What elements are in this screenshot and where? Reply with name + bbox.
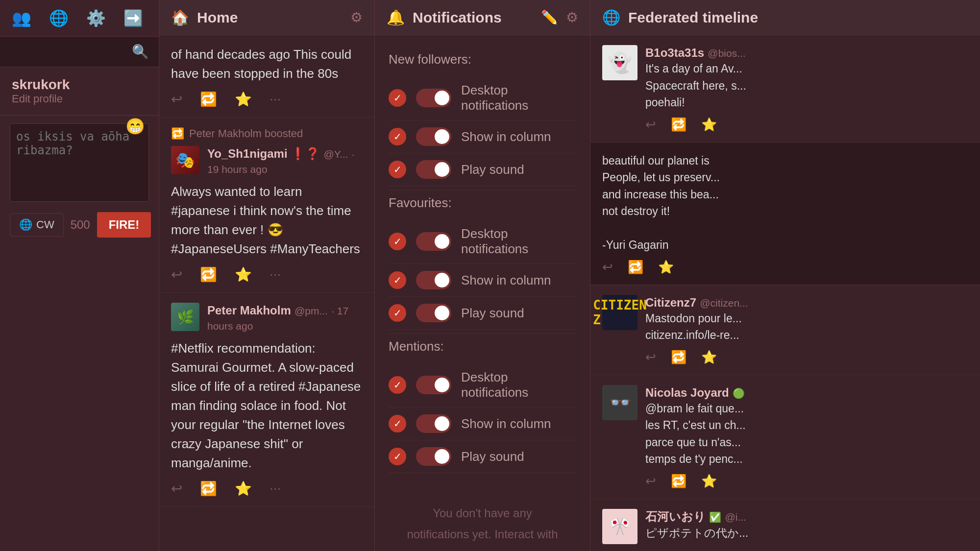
reply-button[interactable]: ↩ [645, 350, 656, 365]
mentions-sound-row: ✓ Play sound [389, 440, 576, 473]
boost-button[interactable]: 🔁 [628, 260, 643, 275]
edit-profile-link[interactable]: Edit profile [12, 93, 147, 105]
reply-button[interactable]: ↩ [645, 474, 656, 489]
section-divider [389, 190, 576, 191]
reply-button[interactable]: ↩ [171, 480, 182, 497]
post-meta: Peter Makholm @pm... · 17 hours ago [207, 303, 363, 333]
post-meta: Yo_Sh1nigami ❗❓ @Y... · 19 hours ago [207, 146, 363, 176]
show-column-label: Show in column [461, 129, 576, 144]
home-header: 🏠 Home ⚙ [159, 0, 374, 35]
more-button[interactable]: ··· [270, 480, 281, 497]
fire-button[interactable]: FIRE! [97, 212, 151, 238]
fed-author: Citizenz7 [645, 296, 696, 309]
fed-avatar: 🎌 [602, 509, 637, 544]
federated-title: Federated timeline [628, 9, 968, 26]
favourite-button[interactable]: ⭐ [701, 350, 717, 365]
post-avatar: 🎭 [171, 146, 199, 174]
post-actions: ↩ 🔁 ⭐ ··· [171, 480, 363, 497]
edit-icon[interactable]: ✏️ [541, 9, 558, 25]
boost-button[interactable]: 🔁 [671, 117, 686, 132]
user-section: skrukork Edit profile [0, 67, 159, 116]
fed-author: Nicolas Joyard [645, 386, 729, 399]
new-followers-desktop-row: ✓ Desktop notifications [389, 76, 576, 120]
fed-author: B1o3ta31s [645, 46, 704, 59]
favourites-title: Favourites: [389, 195, 576, 211]
mentions-desktop-label: Desktop notifications [461, 370, 576, 400]
people-icon[interactable]: 👥 [12, 9, 31, 27]
boost-button[interactable]: 🔁 [200, 480, 217, 497]
fed-handle: @citizen... [700, 297, 748, 309]
reply-button[interactable]: ↩ [645, 117, 656, 132]
post-author: Peter Makholm [207, 304, 291, 317]
posts-list: of hand decades ago This could have been… [159, 35, 374, 551]
notifications-empty-message: You don't have any notifications yet. In… [389, 483, 576, 551]
more-button[interactable]: ··· [270, 266, 281, 283]
globe-icon[interactable]: 🌐 [49, 9, 69, 27]
fed-avatar: 👓 [602, 385, 637, 420]
check-icon: ✓ [389, 128, 406, 145]
fav-desktop-toggle[interactable] [416, 232, 451, 251]
favourite-button[interactable]: ⭐ [701, 474, 717, 489]
boost-button[interactable]: 🔁 [200, 266, 217, 283]
federated-header: 🌐 Federated timeline [590, 0, 980, 35]
mentions-desktop-toggle[interactable] [416, 376, 451, 394]
more-button[interactable]: ··· [270, 91, 281, 107]
post-item: 🌿 Peter Makholm @pm... · 17 hours ago #N… [159, 293, 374, 507]
fav-column-toggle[interactable] [416, 271, 451, 289]
post-header: 🎭 Yo_Sh1nigami ❗❓ @Y... · 19 hours ago [171, 146, 363, 176]
search-input[interactable] [10, 45, 132, 59]
cw-button[interactable]: 🌐 CW [10, 213, 64, 237]
boost-button[interactable]: 🔁 [200, 91, 217, 107]
mentions-sound-toggle[interactable] [416, 447, 451, 466]
home-settings-icon[interactable]: ⚙ [350, 9, 363, 25]
show-column-toggle[interactable] [416, 127, 451, 146]
favourite-button[interactable]: ⭐ [235, 480, 252, 497]
gear-icon[interactable]: ⚙️ [86, 9, 106, 27]
play-sound-toggle[interactable] [416, 160, 451, 179]
post-item: of hand decades ago This could have been… [159, 35, 374, 118]
settings-icon[interactable]: ⚙ [566, 9, 578, 25]
post-actions: ↩ 🔁 ⭐ ··· [171, 91, 363, 107]
boost-button[interactable]: 🔁 [671, 474, 686, 489]
desktop-notif-toggle[interactable] [416, 89, 451, 107]
section-divider [389, 334, 576, 334]
reply-button[interactable]: ↩ [171, 91, 182, 107]
fed-post-content: B1o3ta31s @bios... It's a day of an Av..… [645, 45, 968, 132]
post-handle: @pm... [294, 305, 328, 316]
home-icon: 🏠 [171, 9, 189, 26]
fed-handle: @i... [725, 511, 746, 523]
favourite-button[interactable]: ⭐ [658, 260, 674, 275]
post-handle: @Y... [324, 148, 348, 160]
fav-sound-row: ✓ Play sound [389, 297, 576, 330]
reply-button[interactable]: ↩ [602, 260, 613, 275]
compose-footer: 🌐 CW 500 FIRE! [10, 212, 129, 238]
new-followers-sound-row: ✓ Play sound [389, 153, 576, 186]
favourite-button[interactable]: ⭐ [235, 91, 252, 107]
new-followers-column-row: ✓ Show in column [389, 120, 576, 153]
fav-sound-toggle[interactable] [416, 304, 451, 322]
compose-area: 😁 🌐 CW 500 FIRE! [0, 116, 159, 551]
play-sound-label: Play sound [461, 162, 576, 177]
emoji-button[interactable]: 😁 [125, 118, 145, 135]
fav-column-row: ✓ Show in column [389, 264, 576, 297]
post-content: #Netflix recommendation: Samurai Gourmet… [171, 339, 363, 473]
fed-actions: ↩ 🔁 ⭐ [602, 260, 968, 275]
boost-button[interactable]: 🔁 [671, 350, 686, 365]
check-icon: ✓ [389, 233, 406, 250]
username: skrukork [12, 77, 147, 93]
fed-avatar: CITIZENZ [602, 295, 637, 330]
fav-sound-label: Play sound [461, 306, 576, 321]
signout-icon[interactable]: ➡️ [123, 9, 143, 27]
favourite-button[interactable]: ⭐ [701, 117, 717, 132]
fed-post-item: 👓 Nicolas Joyard 🟢 @bram le fait que... … [590, 375, 980, 499]
fed-post-item: CITIZENZ Citizenz7 @citizen... Mastodon … [590, 285, 980, 375]
fed-author: 石河いおり [645, 510, 706, 523]
new-followers-title: New followers: [389, 52, 576, 67]
mentions-column-toggle[interactable] [416, 414, 451, 433]
desktop-notif-label: Desktop notifications [461, 83, 576, 113]
fed-text: @bram le fait que... les RT, c'est un ch… [645, 400, 968, 468]
favourite-button[interactable]: ⭐ [235, 266, 252, 283]
fed-actions: ↩ 🔁 ⭐ [645, 117, 968, 132]
check-icon: ✓ [389, 448, 406, 465]
reply-button[interactable]: ↩ [171, 266, 182, 283]
